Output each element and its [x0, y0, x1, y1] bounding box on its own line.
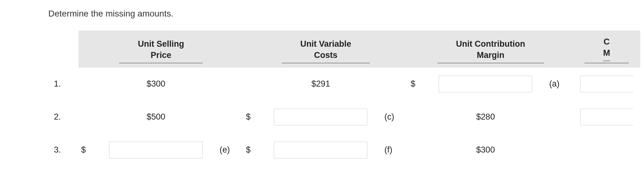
price-label: [217, 101, 243, 134]
contribution-value: [425, 68, 546, 101]
price-currency: [79, 68, 95, 101]
variable-label: (c): [381, 101, 408, 134]
variable-currency: $: [243, 134, 260, 167]
table-row: 1.$300$291$(a): [48, 68, 640, 101]
header-last-partial: CM: [573, 31, 640, 68]
price-label: (e): [217, 134, 243, 167]
last-cell: [573, 101, 640, 134]
contribution-currency: $: [408, 68, 425, 101]
contribution-value: $280: [425, 101, 546, 134]
row-number: 3.: [48, 134, 79, 167]
contribution-label: [546, 134, 573, 167]
price-currency: $: [79, 134, 95, 167]
variable-input[interactable]: [274, 109, 367, 125]
table-row: 2.$500$(c)$280: [48, 101, 640, 134]
variable-label: [381, 68, 408, 101]
instruction-text: Determine the missing amounts.: [48, 9, 644, 19]
header-variable: Unit VariableCosts: [243, 31, 408, 68]
row-number: 2.: [48, 101, 79, 134]
variable-value: [260, 134, 381, 167]
row-number: 1.: [48, 68, 79, 101]
last-input[interactable]: [580, 76, 633, 92]
contribution-currency: [408, 101, 425, 134]
header-price: Unit SellingPrice: [79, 31, 243, 68]
variable-currency: [243, 68, 260, 101]
variable-value: $291: [260, 68, 381, 101]
contribution-label: (a): [546, 68, 573, 101]
table-row: 3.$(e)$(f)$300: [48, 134, 640, 167]
price-label: [217, 68, 243, 101]
contribution-value: $300: [425, 134, 546, 167]
contribution-currency: [408, 134, 425, 167]
last-input[interactable]: [580, 109, 633, 125]
variable-input[interactable]: [274, 142, 367, 158]
price-input[interactable]: [109, 142, 203, 158]
price-value: [95, 134, 217, 167]
price-currency: [79, 101, 95, 134]
variable-value: [260, 101, 381, 134]
amounts-table: Unit SellingPrice Unit VariableCosts Uni…: [48, 31, 640, 167]
contribution-label: [546, 101, 573, 134]
last-cell: [573, 134, 640, 167]
variable-label: (f): [381, 134, 408, 167]
contribution-input[interactable]: [439, 76, 532, 92]
variable-currency: $: [243, 101, 260, 134]
header-blank: [48, 31, 79, 68]
last-cell: [573, 68, 640, 101]
header-contribution: Unit ContributionMargin: [408, 31, 573, 68]
price-value: $300: [95, 68, 217, 101]
price-value: $500: [95, 101, 217, 134]
